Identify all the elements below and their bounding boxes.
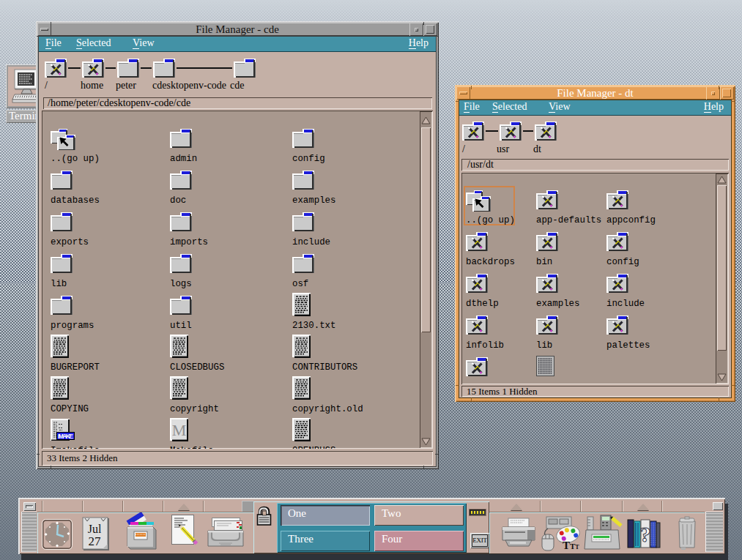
svg-text:TTT: TTT xyxy=(563,540,579,551)
svg-text:27: 27 xyxy=(89,534,102,548)
svg-text:?: ? xyxy=(640,522,651,546)
svg-text:Jul: Jul xyxy=(88,523,102,535)
